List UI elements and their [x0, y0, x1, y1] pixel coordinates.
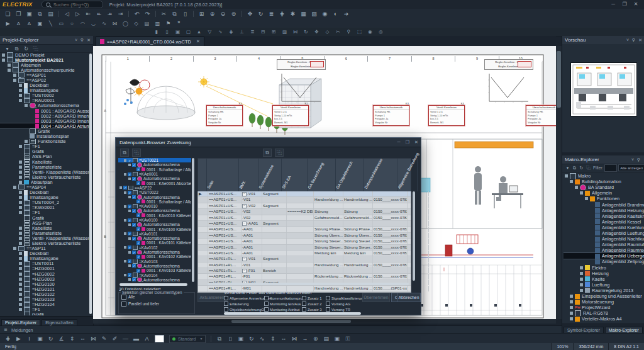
rotate-step-button[interactable]: ↻	[47, 335, 55, 343]
layers-button[interactable]: ≣	[248, 28, 257, 36]
wire-button[interactable]: ∿	[216, 28, 225, 36]
project-tree-item[interactable]: Grafik	[0, 128, 89, 133]
row-selector[interactable]	[198, 274, 208, 279]
expander-icon[interactable]	[19, 176, 22, 179]
dialog-tree-item[interactable]: ✓Automationsschema	[118, 222, 191, 227]
expander-icon[interactable]	[2, 54, 5, 57]
expander-icon[interactable]	[19, 201, 22, 204]
dialog-tree-item[interactable]: ✓0001 : KAe0001 Absorber	[118, 181, 191, 185]
tab-makro-explorer[interactable]: Makro-Explorer	[605, 327, 643, 333]
global-search[interactable]	[42, 1, 103, 8]
redraw-button[interactable]: ↻	[257, 10, 265, 18]
ungroup-button[interactable]: ▢	[184, 28, 192, 36]
reference-button[interactable]: ⧉	[215, 335, 223, 343]
table-row[interactable]: ==ASP01+US...-V02Gefahrenmeld...Gefahren…	[198, 215, 411, 221]
macro-tree-item[interactable]: Funktionen	[564, 196, 644, 201]
save-button[interactable]: ▣	[25, 10, 33, 18]
expander-icon[interactable]	[19, 89, 22, 92]
checkbox[interactable]: ✓	[136, 213, 140, 217]
checkbox[interactable]	[121, 295, 126, 300]
expander-icon[interactable]	[580, 191, 583, 195]
select-tool[interactable]: ▶	[4, 20, 12, 28]
pair-symbol-button[interactable]: ▮	[152, 28, 160, 36]
canvas-vertical-scrollbar[interactable]	[556, 46, 562, 319]
expander-icon[interactable]	[19, 166, 22, 169]
pair-symbol2-button[interactable]: ▯	[163, 28, 171, 36]
dialog-tree-item[interactable]: ✓0001 : KAv0101 Kältekreis RLT	[118, 240, 191, 245]
project-tree-item[interactable]: Installationsplan	[0, 134, 89, 139]
open-project-button[interactable]: ❐	[14, 10, 23, 18]
region-button[interactable]: ⬚	[355, 28, 364, 36]
dialog-tree-item[interactable]: ✓Automationsschema	[118, 250, 191, 254]
macro-tree-item[interactable]: Anlagenbild Kuehlung	[564, 225, 644, 230]
refresh-button[interactable]: ↻	[579, 164, 584, 172]
expander-icon[interactable]	[19, 161, 22, 164]
project-tree-item[interactable]: =UST0011	[0, 261, 89, 266]
grid-button[interactable]: ⋕	[278, 10, 286, 18]
parameter-box[interactable]: K3UmschaltautomatikSchaltung HKPumpe 1Fr…	[373, 105, 409, 126]
expander-icon[interactable]	[580, 266, 583, 269]
expander-icon[interactable]	[580, 289, 583, 292]
row-selector[interactable]	[198, 233, 208, 238]
expander-icon[interactable]	[128, 237, 131, 240]
project-tree-item[interactable]: =HZG0001	[0, 266, 89, 271]
row-selector[interactable]: ▶	[198, 191, 208, 196]
macro-tree-item[interactable]: Anlagenbild Raumlufttechnik	[564, 242, 644, 247]
checkbox[interactable]: ✓	[132, 195, 136, 199]
layer-select[interactable]: Standard ▼	[169, 335, 206, 343]
expander-icon[interactable]	[19, 84, 22, 87]
insert-frame-tool[interactable]: ▥	[153, 20, 162, 28]
project-tree-item[interactable]: =HZG0101	[0, 286, 89, 291]
column-header[interactable]: Seite	[207, 159, 239, 191]
expander-icon[interactable]	[124, 219, 126, 222]
checkbox[interactable]: ✓	[132, 237, 136, 240]
lock-button[interactable]: ⚿	[343, 335, 352, 343]
parameter-box[interactable]: K5UmschaltautomatikSchaltung HKPumpe 1Fr…	[526, 105, 556, 126]
overwrite-option[interactable]: Vorrang TR	[326, 307, 362, 312]
cursor-mode-button[interactable]: I	[25, 335, 33, 343]
row-selector[interactable]	[198, 245, 208, 250]
project-tree-item[interactable]: Deckblatt	[0, 83, 89, 88]
overwrite-option[interactable]: Vorrang AG	[326, 301, 362, 307]
dialog-tree-item[interactable]: ✓Automationsschema	[118, 278, 191, 282]
row-selector[interactable]	[198, 197, 208, 202]
macro-tree-item[interactable]: Kaelte	[564, 276, 644, 282]
filter-select[interactable]: Alle anzeigen	[618, 164, 644, 171]
table-row[interactable]: ==ASP01+RL...−-F01Bereich	[198, 268, 411, 274]
dialog-tree-item[interactable]: ✓Automationsschema	[118, 176, 191, 181]
spline-tool[interactable]: ∿	[100, 20, 108, 28]
copy-all-button[interactable]: ⿻	[132, 149, 141, 157]
redo-button[interactable]: ↷	[143, 10, 152, 18]
column-header[interactable]: Allgemeine Bemerkung	[397, 159, 418, 191]
dialog-tree-hscrollbar[interactable]	[119, 283, 187, 286]
row-selector[interactable]	[198, 239, 208, 244]
checkbox[interactable]: ✓	[123, 186, 127, 189]
match-button[interactable]: ⊟	[259, 28, 267, 36]
dialog-tree-item[interactable]: ✓Automationsschema	[118, 236, 191, 240]
expander-icon[interactable]	[19, 308, 22, 311]
expander-icon[interactable]	[13, 186, 16, 189]
table-scrollbar[interactable]	[413, 191, 415, 281]
mirror2-button[interactable]: ⋈	[290, 335, 298, 343]
expander-icon[interactable]	[19, 206, 22, 209]
table-row[interactable]: ==ASP01+US...-V02======K2 DE0StörungStör…	[198, 209, 411, 215]
macro-tree-item[interactable]: Heizung	[564, 271, 644, 276]
tab-symbol-explorer[interactable]: Symbol-Explorer	[564, 327, 604, 333]
column-header[interactable]: GA Objektbereich	[336, 159, 364, 191]
fill-style-button[interactable]: ▬	[132, 335, 140, 343]
close-icon[interactable]: ✕	[638, 38, 642, 43]
project-tree-item[interactable]: =F1	[0, 307, 89, 312]
project-tree-item[interactable]: Ventil- Klappenliste (Wasseranwendung)	[0, 169, 89, 174]
angle-button[interactable]: ∡	[57, 335, 65, 343]
close-button[interactable]: ✕	[630, 0, 641, 9]
copy-selection-button[interactable]: ⧉	[120, 149, 129, 157]
expander-icon[interactable]	[25, 140, 28, 143]
page-next-button[interactable]: ↠	[106, 10, 114, 18]
macro-tree-item[interactable]: Anlagenbild Heizung	[564, 208, 644, 213]
expander-icon[interactable]	[575, 186, 578, 189]
row-selector[interactable]	[198, 209, 208, 214]
row-expander-icon[interactable]: −	[242, 204, 247, 208]
checkbox[interactable]	[264, 307, 269, 312]
undo-button[interactable]: ↶	[133, 10, 141, 18]
pin-icon[interactable]: ⚲	[80, 38, 84, 43]
